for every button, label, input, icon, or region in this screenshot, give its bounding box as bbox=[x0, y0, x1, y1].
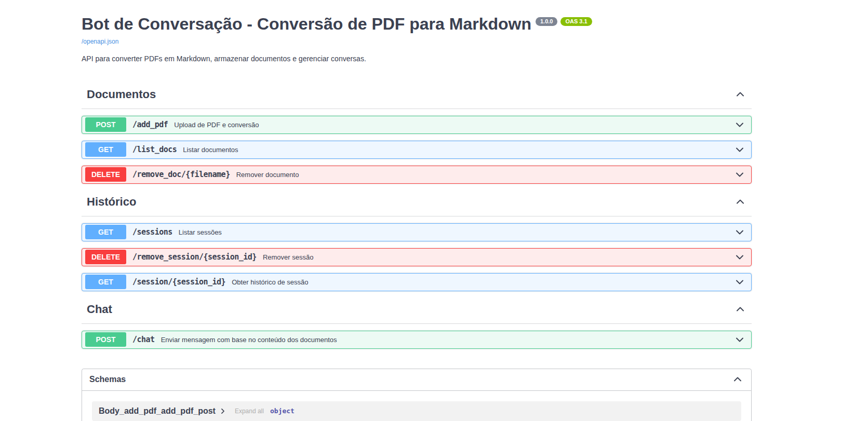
tag-section-chat: Chat POST /chat Enviar mensagem com base… bbox=[82, 302, 752, 349]
version-badge: 1.0.0 bbox=[536, 17, 557, 26]
chevron-down-icon bbox=[735, 277, 745, 287]
endpoint-row-sessions[interactable]: GET /sessions Listar sessões bbox=[82, 223, 752, 241]
expand-endpoint-button[interactable] bbox=[735, 334, 745, 345]
page-title: Bot de Conversação - Conversão de PDF pa… bbox=[82, 8, 752, 33]
chevron-up-icon bbox=[735, 89, 745, 100]
chevron-right-icon bbox=[219, 408, 226, 415]
collapse-section-button[interactable] bbox=[734, 196, 746, 208]
schema-type: object bbox=[270, 407, 295, 415]
tag-title: Documentos bbox=[87, 87, 156, 102]
chevron-down-icon bbox=[735, 227, 745, 237]
method-badge: GET bbox=[85, 142, 126, 157]
method-badge: GET bbox=[85, 275, 126, 289]
collapse-section-button[interactable] bbox=[734, 303, 746, 316]
endpoint-row-remove-doc[interactable]: DELETE /remove_doc/{filename} Remover do… bbox=[82, 166, 752, 184]
api-title-text: Bot de Conversação - Conversão de PDF pa… bbox=[82, 15, 531, 33]
endpoint-path: /remove_session/{session_id} bbox=[132, 252, 257, 262]
schema-name: Body_add_pdf_add_pdf_post bbox=[99, 406, 216, 416]
expand-endpoint-button[interactable] bbox=[735, 169, 745, 180]
endpoint-summary: Listar documentos bbox=[183, 146, 735, 154]
tag-header-historico[interactable]: Histórico bbox=[82, 194, 752, 216]
expand-all-button[interactable]: Expand all bbox=[235, 408, 264, 415]
endpoint-path: /list_docs bbox=[132, 145, 177, 154]
endpoint-path: /remove_doc/{filename} bbox=[132, 170, 230, 179]
expand-endpoint-button[interactable] bbox=[735, 277, 745, 287]
schemas-section: Schemas Body_add_pdf_add_pdf_post Expand… bbox=[82, 369, 752, 421]
tag-title: Chat bbox=[87, 302, 112, 317]
endpoint-summary: Remover sessão bbox=[263, 253, 735, 261]
expand-endpoint-button[interactable] bbox=[735, 227, 745, 237]
method-badge: GET bbox=[85, 225, 126, 239]
method-badge: POST bbox=[85, 117, 126, 132]
expand-endpoint-button[interactable] bbox=[735, 252, 745, 262]
title-badges: 1.0.0OAS 3.1 bbox=[536, 8, 592, 27]
endpoint-summary: Enviar mensagem com base no conteúdo dos… bbox=[161, 336, 735, 344]
endpoint-summary: Obter histórico de sessão bbox=[232, 278, 735, 286]
chevron-down-icon bbox=[735, 169, 745, 180]
api-description: API para converter PDFs em Markdown, arm… bbox=[82, 55, 752, 63]
method-badge: DELETE bbox=[85, 167, 126, 182]
endpoint-summary: Listar sessões bbox=[179, 228, 735, 236]
tag-title: Histórico bbox=[87, 194, 136, 210]
expand-endpoint-button[interactable] bbox=[735, 144, 745, 155]
openapi-spec-link[interactable]: /openapi.json bbox=[82, 38, 118, 45]
chevron-down-icon bbox=[735, 119, 745, 130]
schemas-list: Body_add_pdf_add_pdf_post Expand all obj… bbox=[82, 391, 751, 421]
method-badge: DELETE bbox=[85, 250, 126, 264]
tag-section-historico: Histórico GET /sessions Listar sessões D… bbox=[82, 194, 752, 291]
endpoint-path: /sessions bbox=[132, 227, 172, 237]
chevron-down-icon bbox=[735, 144, 745, 155]
endpoint-path: /session/{session_id} bbox=[132, 277, 225, 287]
chevron-down-icon bbox=[735, 252, 745, 262]
endpoint-row-list-docs[interactable]: GET /list_docs Listar documentos bbox=[82, 141, 752, 159]
tag-header-documentos[interactable]: Documentos bbox=[82, 87, 752, 109]
collapse-schemas-button[interactable] bbox=[731, 373, 744, 386]
api-info: Bot de Conversação - Conversão de PDF pa… bbox=[82, 0, 752, 63]
collapse-section-button[interactable] bbox=[734, 88, 746, 101]
endpoint-row-remove-session[interactable]: DELETE /remove_session/{session_id} Remo… bbox=[82, 248, 752, 266]
schemas-header[interactable]: Schemas bbox=[82, 369, 751, 391]
openapi-spec-link-row: /openapi.json bbox=[82, 36, 752, 46]
chevron-up-icon bbox=[732, 374, 743, 385]
endpoint-row-chat[interactable]: POST /chat Enviar mensagem com base no c… bbox=[82, 331, 752, 349]
chevron-down-icon bbox=[735, 334, 745, 345]
schema-row-body-add-pdf[interactable]: Body_add_pdf_add_pdf_post Expand all obj… bbox=[92, 401, 741, 421]
oas-badge: OAS 3.1 bbox=[560, 17, 592, 26]
endpoint-path: /chat bbox=[132, 335, 155, 344]
endpoint-summary: Upload de PDF e conversão bbox=[174, 121, 735, 129]
endpoint-row-add-pdf[interactable]: POST /add_pdf Upload de PDF e conversão bbox=[82, 116, 752, 134]
schemas-title: Schemas bbox=[89, 375, 126, 384]
endpoint-summary: Remover documento bbox=[236, 171, 735, 179]
chevron-up-icon bbox=[735, 304, 745, 315]
endpoint-path: /add_pdf bbox=[132, 120, 168, 129]
endpoint-row-session-by-id[interactable]: GET /session/{session_id} Obter históric… bbox=[82, 273, 752, 291]
method-badge: POST bbox=[85, 332, 126, 347]
chevron-up-icon bbox=[735, 197, 745, 207]
expand-endpoint-button[interactable] bbox=[735, 119, 745, 130]
swagger-ui-page: Bot de Conversação - Conversão de PDF pa… bbox=[82, 0, 752, 421]
tag-header-chat[interactable]: Chat bbox=[82, 302, 752, 324]
tag-section-documentos: Documentos POST /add_pdf Upload de PDF e… bbox=[82, 87, 752, 184]
